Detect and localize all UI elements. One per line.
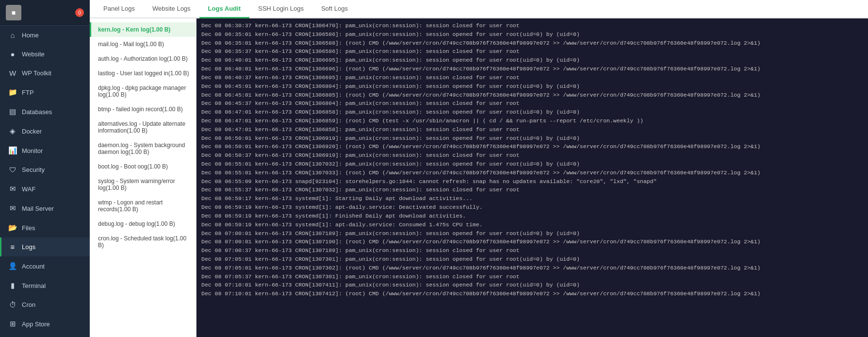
log-line: Dec 08 06:45:01 kern-66-173 CRON[1306805…: [201, 91, 863, 100]
sidebar-item-security[interactable]: 🛡 Security: [0, 160, 90, 179]
wp-toolkit-icon: W: [8, 69, 17, 77]
log-line: Dec 08 06:55:01 kern-66-173 CRON[1307032…: [201, 160, 863, 168]
log-file-kern[interactable]: kern.log - Kern log(1.00 B): [90, 22, 196, 37]
tabs-bar: Panel LogsWebsite LogsLogs AuditSSH Logi…: [90, 0, 868, 18]
sidebar-item-databases[interactable]: ▤ Databases: [0, 102, 90, 121]
tab-website-logs[interactable]: Website Logs: [144, 0, 199, 18]
databases-icon: ▤: [8, 107, 17, 116]
log-line: Dec 08 07:00:01 kern-66-173 CRON[1307189…: [201, 229, 863, 238]
log-line: Dec 08 07:10:01 kern-66-173 CRON[1307411…: [201, 281, 863, 289]
sidebar-item-website[interactable]: ● Website: [0, 45, 90, 64]
sidebar-label-monitor: Monitor: [22, 147, 43, 154]
tab-panel-logs[interactable]: Panel Logs: [95, 0, 144, 18]
log-file-list: kern.log - Kern log(1.00 B)mail.log - Ma…: [90, 18, 197, 337]
sidebar-label-ftp: FTP: [22, 89, 34, 96]
sidebar: ■ 0 ⌂ Home ● Website W WP Toolkit 📁 FTP …: [0, 0, 90, 337]
log-line: Dec 08 06:47:01 kern-66-173 CRON[1306858…: [201, 108, 863, 117]
log-line: Dec 08 06:47:01 kern-66-173 CRON[1306859…: [201, 117, 863, 125]
sidebar-item-monitor[interactable]: 📊 Monitor: [0, 141, 90, 160]
sidebar-label-docker: Docker: [22, 128, 42, 135]
sidebar-label-account: Account: [22, 263, 45, 270]
log-line: Dec 08 06:59:17 kern-66-173 systemd[1]: …: [201, 194, 863, 203]
notification-badge: 0: [75, 8, 84, 17]
log-file-lastlog[interactable]: lastlog - User last logged in(1.00 B): [90, 66, 196, 81]
log-line: Dec 08 06:40:01 kern-66-173 CRON[1306696…: [201, 65, 863, 73]
logs-content: kern.log - Kern log(1.00 B)mail.log - Ma…: [90, 18, 868, 337]
log-line: Dec 08 06:40:37 kern-66-173 CRON[1306695…: [201, 73, 863, 82]
sidebar-item-ftp[interactable]: 📁 FTP: [0, 83, 90, 102]
sidebar-label-security: Security: [22, 166, 45, 173]
waf-icon: ✉: [8, 185, 17, 193]
log-line: Dec 08 06:35:01 kern-66-173 CRON[1306586…: [201, 30, 863, 39]
sidebar-item-mail-server[interactable]: ✉ Mail Server: [0, 199, 90, 218]
log-line: Dec 08 07:05:37 kern-66-173 CRON[1307301…: [201, 272, 863, 281]
log-line: Dec 08 06:35:37 kern-66-173 CRON[1306586…: [201, 47, 863, 56]
log-line: Dec 08 06:59:19 kern-66-173 systemd[1]: …: [201, 203, 863, 212]
log-file-boot[interactable]: boot.log - Boot oog(1.00 B): [90, 159, 196, 174]
sidebar-item-app-store[interactable]: ⊞ App Store: [0, 314, 90, 334]
log-line: Dec 08 07:00:01 kern-66-173 CRON[1307190…: [201, 237, 863, 246]
website-icon: ●: [8, 50, 17, 58]
log-file-btmp[interactable]: btmp - failed login record(1.00 B): [90, 102, 196, 117]
log-line: Dec 08 06:59:19 kern-66-173 systemd[1]: …: [201, 220, 863, 229]
mail-server-icon: ✉: [8, 204, 17, 213]
sidebar-item-waf[interactable]: ✉ WAF: [0, 179, 90, 199]
sidebar-label-terminal: Terminal: [22, 282, 46, 289]
sidebar-item-account[interactable]: 👤 Account: [0, 256, 90, 276]
log-viewer[interactable]: Dec 08 06:30:37 kern-66-173 CRON[1306470…: [197, 18, 868, 337]
sidebar-label-wp-toolkit: WP Toolkit: [22, 69, 51, 77]
log-line: Dec 08 06:55:37 kern-66-173 CRON[1307032…: [201, 185, 863, 194]
docker-icon: ◈: [8, 127, 17, 135]
log-line: Dec 08 06:55:01 kern-66-173 CRON[1307033…: [201, 168, 863, 177]
log-line: Dec 08 06:59:19 kern-66-173 systemd[1]: …: [201, 212, 863, 220]
log-line: Dec 08 06:55:09 kern-66-173 snapd[923104…: [201, 177, 863, 186]
log-line: Dec 08 06:50:37 kern-66-173 CRON[1306919…: [201, 151, 863, 160]
app-store-icon: ⊞: [8, 320, 17, 328]
log-line: Dec 08 06:47:01 kern-66-173 CRON[1306858…: [201, 125, 863, 134]
log-line: Dec 08 07:10:01 kern-66-173 CRON[1307412…: [201, 289, 863, 298]
log-file-wtmp[interactable]: wtmp - Logon and restart records(1.00 B): [90, 195, 196, 217]
log-file-auth[interactable]: auth.log - Authorization log(1.00 B): [90, 51, 196, 66]
log-line: Dec 08 06:35:01 kern-66-173 CRON[1306588…: [201, 39, 863, 48]
security-icon: 🛡: [8, 166, 17, 174]
home-icon: ⌂: [8, 31, 17, 39]
sidebar-label-website: Website: [22, 51, 45, 58]
sidebar-item-docker[interactable]: ◈ Docker: [0, 121, 90, 141]
sidebar-item-files[interactable]: 📂 Files: [0, 218, 90, 237]
sidebar-label-logs: Logs: [22, 243, 35, 251]
log-file-cron[interactable]: cron.log - Scheduled task log(1.00 B): [90, 231, 196, 253]
sidebar-item-wp-toolkit[interactable]: W WP Toolkit: [0, 64, 90, 83]
log-line: Dec 08 07:05:01 kern-66-173 CRON[1307302…: [201, 264, 863, 272]
log-line: Dec 08 06:45:37 kern-66-173 CRON[1306804…: [201, 99, 863, 108]
log-file-daemon[interactable]: daemon.log - System background daemon lo…: [90, 138, 196, 159]
sidebar-label-mail-server: Mail Server: [22, 205, 54, 212]
files-icon: 📂: [8, 223, 17, 232]
sidebar-item-cron[interactable]: ⏱ Cron: [0, 295, 90, 314]
log-line: Dec 08 06:40:01 kern-66-173 CRON[1306695…: [201, 56, 863, 65]
log-file-alternatives[interactable]: alternatives.log - Update alternate info…: [90, 117, 196, 138]
log-line: Dec 08 07:00:37 kern-66-173 CRON[1307189…: [201, 246, 863, 255]
tab-logs-audit[interactable]: Logs Audit: [199, 0, 249, 18]
tab-soft-logs[interactable]: Soft Logs: [312, 0, 357, 18]
tab-ssh-login-logs[interactable]: SSH Login Logs: [249, 0, 312, 18]
log-file-mail[interactable]: mail.log - Mail log(1.00 B): [90, 37, 196, 51]
ftp-icon: 📁: [8, 88, 17, 97]
main-content: Panel LogsWebsite LogsLogs AuditSSH Logi…: [90, 0, 868, 337]
log-file-debug[interactable]: debug.log - debug log(1.00 B): [90, 217, 196, 231]
log-line: Dec 08 06:50:01 kern-66-173 CRON[1306919…: [201, 134, 863, 143]
sidebar-label-waf: WAF: [22, 185, 35, 193]
log-file-dpkg[interactable]: dpkg.log - dpkg package manager log(1.00…: [90, 81, 196, 102]
logs-icon: ≡: [8, 243, 17, 251]
sidebar-item-home[interactable]: ⌂ Home: [0, 26, 90, 45]
sidebar-label-app-store: App Store: [22, 320, 50, 328]
sidebar-label-home: Home: [22, 32, 39, 39]
sidebar-item-logs[interactable]: ≡ Logs: [0, 237, 90, 256]
monitor-icon: 📊: [8, 146, 17, 155]
cron-icon: ⏱: [8, 301, 17, 309]
log-line: Dec 08 06:45:01 kern-66-173 CRON[1306804…: [201, 82, 863, 91]
app-logo: ■: [6, 5, 21, 20]
sidebar-header: ■ 0: [0, 0, 90, 26]
log-file-syslog[interactable]: syslog - System warning/error log(1.00 B…: [90, 174, 196, 195]
log-line: Dec 08 07:05:01 kern-66-173 CRON[1307301…: [201, 255, 863, 264]
sidebar-item-terminal[interactable]: ▮ Terminal: [0, 276, 90, 295]
